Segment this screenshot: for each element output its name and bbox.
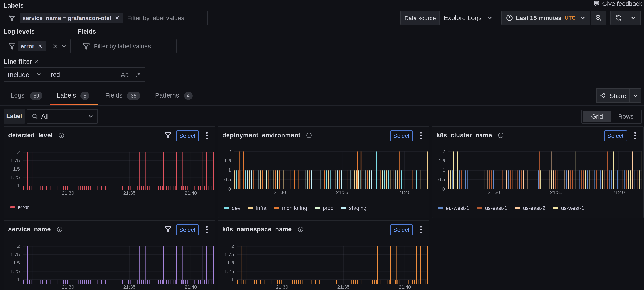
- svg-text:1: 1: [228, 168, 231, 173]
- svg-text:21:40: 21:40: [184, 190, 197, 196]
- svg-text:21:30: 21:30: [276, 284, 288, 290]
- svg-text:21:35: 21:35: [123, 284, 135, 290]
- svg-text:1: 1: [231, 277, 234, 283]
- svg-text:1.75: 1.75: [10, 158, 20, 164]
- svg-text:1: 1: [17, 183, 20, 189]
- svg-text:21:40: 21:40: [398, 190, 410, 195]
- svg-text:21:30: 21:30: [274, 190, 286, 195]
- svg-text:21:35: 21:35: [336, 190, 348, 195]
- svg-text:0.5: 0.5: [224, 177, 231, 183]
- svg-text:2: 2: [231, 243, 234, 249]
- svg-text:1.25: 1.25: [224, 268, 234, 274]
- svg-text:0: 0: [228, 186, 231, 192]
- svg-text:1.75: 1.75: [224, 252, 234, 257]
- svg-text:1: 1: [17, 277, 20, 283]
- svg-text:21:40: 21:40: [398, 284, 411, 290]
- svg-text:2: 2: [17, 243, 20, 249]
- svg-text:21:35: 21:35: [550, 190, 562, 195]
- svg-text:21:40: 21:40: [184, 284, 197, 290]
- svg-text:0.5: 0.5: [438, 177, 445, 183]
- svg-text:1.5: 1.5: [13, 166, 20, 172]
- svg-text:2: 2: [17, 150, 20, 155]
- svg-text:21:40: 21:40: [612, 190, 624, 195]
- svg-text:1.5: 1.5: [227, 260, 234, 266]
- svg-text:1.25: 1.25: [10, 268, 20, 274]
- svg-text:1: 1: [442, 168, 445, 173]
- svg-text:1.5: 1.5: [438, 158, 445, 164]
- svg-text:1.75: 1.75: [10, 252, 20, 257]
- svg-text:1.5: 1.5: [224, 158, 231, 164]
- svg-text:1.25: 1.25: [10, 175, 20, 180]
- svg-text:1.5: 1.5: [13, 260, 20, 266]
- svg-text:21:30: 21:30: [488, 190, 500, 195]
- svg-text:2: 2: [442, 149, 445, 155]
- svg-text:21:30: 21:30: [62, 284, 74, 290]
- svg-text:21:30: 21:30: [62, 190, 74, 196]
- svg-text:0: 0: [442, 186, 445, 192]
- svg-text:21:35: 21:35: [123, 190, 135, 196]
- svg-text:2: 2: [228, 149, 231, 155]
- svg-text:21:35: 21:35: [337, 284, 349, 290]
